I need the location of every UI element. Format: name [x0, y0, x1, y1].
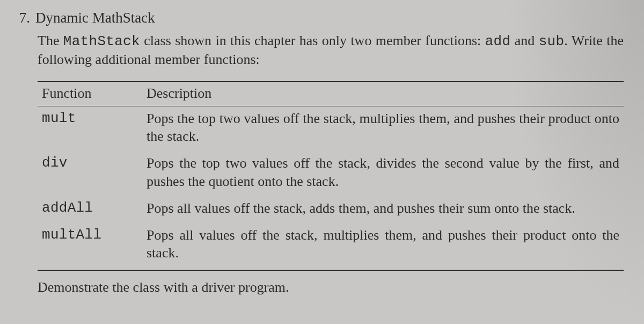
intro-code-mathstack: MathStack [63, 33, 140, 49]
intro-text: class shown in this chapter has only two… [140, 33, 485, 48]
intro-code-add: add [485, 33, 511, 49]
fn-name: div [38, 151, 142, 196]
question-number: 7. [13, 10, 30, 26]
fn-desc: Pops all values off the stack, multiplie… [142, 223, 624, 271]
table-header-row: Function Description [38, 82, 624, 106]
closing-paragraph: Demonstrate the class with a driver prog… [38, 279, 624, 296]
table-row: div Pops the top two values off the stac… [38, 151, 624, 196]
table-row: multAll Pops all values off the stack, m… [38, 223, 624, 271]
fn-name: mult [38, 106, 142, 151]
fn-name: addAll [38, 196, 142, 223]
table-row: mult Pops the top two values off the sta… [38, 106, 624, 151]
fn-desc: Pops the top two values off the stack, m… [142, 106, 624, 151]
col-function: Function [38, 82, 142, 106]
col-description: Description [142, 82, 624, 106]
intro-text: and [510, 33, 538, 48]
question-heading: 7. Dynamic MathStack [13, 10, 624, 26]
question-title: Dynamic MathStack [35, 10, 155, 26]
intro-text: The [38, 33, 63, 48]
functions-table: Function Description mult Pops the top t… [38, 81, 624, 271]
table-row: addAll Pops all values off the stack, ad… [38, 196, 624, 223]
fn-name: multAll [38, 223, 142, 271]
fn-desc: Pops the top two values off the stack, d… [142, 151, 624, 196]
fn-desc: Pops all values off the stack, adds them… [142, 196, 624, 223]
intro-paragraph: The MathStack class shown in this chapte… [38, 32, 624, 69]
intro-code-sub: sub [539, 33, 565, 49]
